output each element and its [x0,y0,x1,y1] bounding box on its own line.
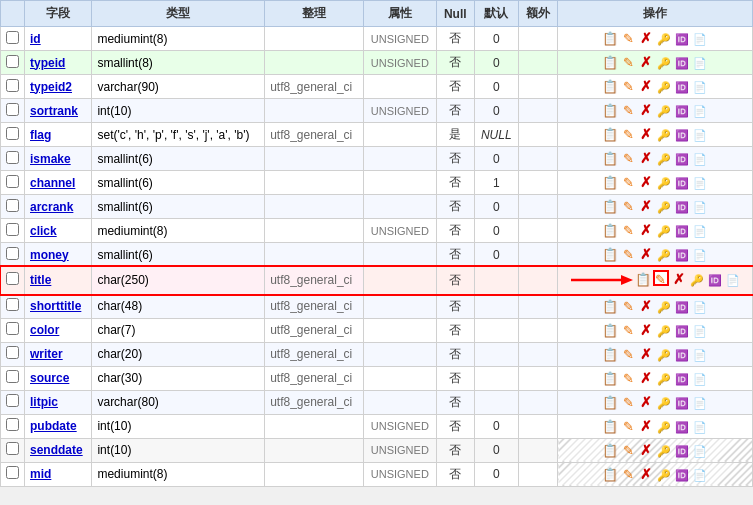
delete-icon[interactable]: ✗ [638,102,654,118]
row-checkbox[interactable] [6,298,19,311]
row-checkbox[interactable] [6,223,19,236]
primary-icon[interactable]: 🔑 [656,175,672,191]
edit-icon[interactable]: ✎ [653,270,669,286]
field-name-cell[interactable]: title [25,267,92,295]
row-checkbox[interactable] [6,127,19,140]
delete-icon[interactable]: ✗ [671,271,687,287]
primary-icon[interactable]: 🔑 [656,323,672,339]
unique-icon[interactable]: 🆔 [674,419,690,435]
edit-icon[interactable]: ✎ [620,199,636,215]
primary-icon[interactable]: 🔑 [689,272,705,288]
field-name-cell[interactable]: click [25,219,92,243]
field-name-cell[interactable]: color [25,318,92,342]
primary-icon[interactable]: 🔑 [656,223,672,239]
delete-icon[interactable]: ✗ [638,466,654,482]
edit-icon[interactable]: ✎ [620,103,636,119]
delete-icon[interactable]: ✗ [638,126,654,142]
primary-icon[interactable]: 🔑 [656,151,672,167]
index-icon[interactable]: 📄 [692,55,708,71]
browse-icon[interactable]: 📋 [602,347,618,363]
field-name-cell[interactable]: channel [25,171,92,195]
unique-icon[interactable]: 🆔 [674,103,690,119]
index-icon[interactable]: 📄 [692,467,708,483]
browse-icon[interactable]: 📋 [602,395,618,411]
row-checkbox[interactable] [6,79,19,92]
delete-icon[interactable]: ✗ [638,394,654,410]
row-checkbox[interactable] [6,346,19,359]
index-icon[interactable]: 📄 [692,419,708,435]
unique-icon[interactable]: 🆔 [674,199,690,215]
delete-icon[interactable]: ✗ [638,30,654,46]
edit-icon[interactable]: ✎ [620,175,636,191]
primary-icon[interactable]: 🔑 [656,419,672,435]
index-icon[interactable]: 📄 [692,175,708,191]
field-name-cell[interactable]: writer [25,342,92,366]
edit-icon[interactable]: ✎ [620,247,636,263]
index-icon[interactable]: 📄 [725,272,741,288]
browse-icon[interactable]: 📋 [602,79,618,95]
row-checkbox[interactable] [6,151,19,164]
index-icon[interactable]: 📄 [692,347,708,363]
row-checkbox[interactable] [6,55,19,68]
delete-icon[interactable]: ✗ [638,246,654,262]
delete-icon[interactable]: ✗ [638,418,654,434]
unique-icon[interactable]: 🆔 [674,79,690,95]
primary-icon[interactable]: 🔑 [656,55,672,71]
unique-icon[interactable]: 🆔 [674,31,690,47]
index-icon[interactable]: 📄 [692,127,708,143]
browse-icon[interactable]: 📋 [635,272,651,288]
delete-icon[interactable]: ✗ [638,442,654,458]
field-name-cell[interactable]: pubdate [25,414,92,438]
edit-icon[interactable]: ✎ [620,223,636,239]
field-name-cell[interactable]: money [25,243,92,267]
edit-icon[interactable]: ✎ [620,347,636,363]
primary-icon[interactable]: 🔑 [656,103,672,119]
index-icon[interactable]: 📄 [692,323,708,339]
edit-icon[interactable]: ✎ [620,419,636,435]
unique-icon[interactable]: 🆔 [674,443,690,459]
edit-icon[interactable]: ✎ [620,467,636,483]
browse-icon[interactable]: 📋 [602,323,618,339]
primary-icon[interactable]: 🔑 [656,127,672,143]
row-checkbox[interactable] [6,418,19,431]
index-icon[interactable]: 📄 [692,371,708,387]
browse-icon[interactable]: 📋 [602,299,618,315]
row-checkbox[interactable] [6,247,19,260]
primary-icon[interactable]: 🔑 [656,395,672,411]
delete-icon[interactable]: ✗ [638,298,654,314]
field-name-cell[interactable]: senddate [25,438,92,462]
row-checkbox[interactable] [6,322,19,335]
field-name-cell[interactable]: arcrank [25,195,92,219]
edit-icon[interactable]: ✎ [620,55,636,71]
primary-icon[interactable]: 🔑 [656,467,672,483]
unique-icon[interactable]: 🆔 [674,223,690,239]
row-checkbox[interactable] [6,466,19,479]
browse-icon[interactable]: 📋 [602,55,618,71]
unique-icon[interactable]: 🆔 [674,151,690,167]
row-checkbox[interactable] [6,103,19,116]
row-checkbox[interactable] [6,175,19,188]
row-checkbox[interactable] [6,442,19,455]
primary-icon[interactable]: 🔑 [656,199,672,215]
field-name-cell[interactable]: sortrank [25,99,92,123]
browse-icon[interactable]: 📋 [602,419,618,435]
edit-icon[interactable]: ✎ [620,79,636,95]
browse-icon[interactable]: 📋 [602,151,618,167]
field-name-cell[interactable]: litpic [25,390,92,414]
primary-icon[interactable]: 🔑 [656,79,672,95]
field-name-cell[interactable]: id [25,27,92,51]
index-icon[interactable]: 📄 [692,31,708,47]
delete-icon[interactable]: ✗ [638,150,654,166]
edit-icon[interactable]: ✎ [620,371,636,387]
field-name-cell[interactable]: shorttitle [25,294,92,318]
index-icon[interactable]: 📄 [692,395,708,411]
primary-icon[interactable]: 🔑 [656,443,672,459]
unique-icon[interactable]: 🆔 [707,272,723,288]
unique-icon[interactable]: 🆔 [674,299,690,315]
browse-icon[interactable]: 📋 [602,103,618,119]
edit-icon[interactable]: ✎ [620,151,636,167]
row-checkbox[interactable] [6,394,19,407]
primary-icon[interactable]: 🔑 [656,371,672,387]
unique-icon[interactable]: 🆔 [674,323,690,339]
field-name-cell[interactable]: mid [25,462,92,486]
